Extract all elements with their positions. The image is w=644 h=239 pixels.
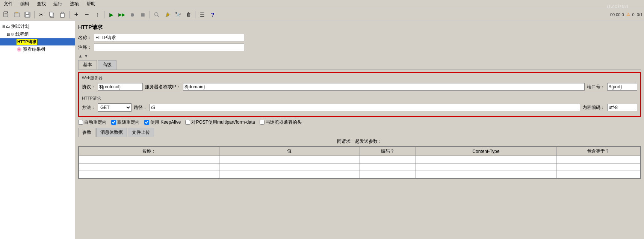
menu-edit[interactable]: 编辑 [18,0,32,8]
server-input[interactable] [183,83,585,91]
tree-root[interactable]: ⊟ 🗂 测试计划 [0,23,75,30]
multipart-input[interactable] [185,120,190,125]
svg-rect-1 [5,14,7,14]
tree-group[interactable]: ⊟ ⚙ 线程组 [0,30,75,38]
start-button[interactable]: ▶ [106,10,116,20]
binoculars-button[interactable]: 🔭 [173,10,183,20]
cell-value[interactable] [219,171,360,178]
menu-options[interactable]: 选项 [68,0,81,8]
col-content-type: Content-Type [416,147,556,156]
browser-headers-input[interactable] [260,120,265,125]
sep5 [195,11,195,18]
add-button[interactable]: + [71,10,81,20]
expand-arrow[interactable]: ▲ ▼ [78,53,641,59]
paste-button[interactable] [57,10,67,20]
cell-content-type[interactable] [416,163,556,171]
cell-include[interactable] [556,171,640,178]
save-button[interactable] [23,10,32,20]
name-label: 名称： [78,35,92,41]
table-row [79,163,641,171]
col-name: 名称： [79,147,219,156]
menu-help[interactable]: 帮助 [84,0,98,8]
cell-content-type[interactable] [416,156,556,163]
keepalive-input[interactable] [144,120,149,125]
multipart-checkbox[interactable]: 对POST使用multipart/form-data [185,119,255,126]
auto-redirect-input[interactable] [78,120,83,125]
stop-all-button[interactable]: ⏹ [138,10,148,20]
cell-content-type[interactable] [416,171,556,178]
col-value: 值 [219,147,360,156]
stop-button[interactable]: ⏺ [127,10,137,20]
menu-run[interactable]: 运行 [51,0,65,8]
follow-redirect-checkbox[interactable]: 跟随重定向 [111,119,140,126]
copy-button[interactable] [47,10,57,20]
menu-file[interactable]: 文件 [2,0,15,8]
help-button[interactable]: ? [208,10,218,20]
comment-label: 注释： [78,44,92,51]
new-button[interactable] [2,10,11,20]
tab-upload[interactable]: 文件上传 [128,128,154,137]
list-button[interactable]: ☰ [197,10,207,20]
path-input[interactable] [150,104,580,111]
tab-basic[interactable]: 基本 [78,60,97,70]
cell-include[interactable] [556,156,640,163]
name-input[interactable] [94,34,244,41]
cell-encode[interactable] [360,171,416,178]
cell-name[interactable] [79,171,219,178]
move-button[interactable]: ↕ [92,10,102,20]
tree-result[interactable]: 🌸 察看结果树 [0,45,75,53]
expand-root[interactable]: ⊟ [2,24,6,29]
http-config-row: 方法： GET POST PUT DELETE 路径： 内容编码： [82,103,637,112]
progress-display: 0/1 [637,12,642,17]
auto-redirect-checkbox[interactable]: 自动重定向 [78,119,107,126]
keepalive-label: 使用 KeepAlive [150,119,181,126]
left-panel: ⊟ 🗂 测试计划 ⊟ ⚙ 线程组 HTTP请求 🌸 察看结果树 [0,21,75,239]
cell-value[interactable] [219,163,360,171]
col-include: 包含等于？ [556,147,640,156]
comment-input[interactable] [94,44,244,51]
request-panel: HTTP请求 名称： 注释： ▲ ▼ 基本 高级 Web服务器 [75,21,644,182]
port-label: 端口号： [587,84,605,90]
timer-display: 00:00:0 [610,12,624,17]
thread-group-label: 线程组 [15,31,29,38]
cell-name[interactable] [79,163,219,171]
cell-value[interactable] [219,156,360,163]
menu-find[interactable]: 查找 [35,0,48,8]
svg-rect-10 [60,13,64,17]
cell-encode[interactable] [360,163,416,171]
encoding-input[interactable] [607,104,637,111]
clear-button[interactable]: 🗑 [183,10,193,20]
start-all-button[interactable]: ▶▶ [117,10,127,20]
method-select[interactable]: GET POST PUT DELETE [98,103,132,112]
method-label: 方法： [82,104,95,111]
test-plan-label: 测试计划 [11,23,29,30]
sep2 [69,11,70,18]
browser-headers-checkbox[interactable]: 与浏览器兼容的头 [260,119,302,126]
cut-button[interactable]: ✂ [36,10,46,20]
svg-rect-2 [5,15,7,15]
broom-button[interactable] [162,10,172,20]
open-button[interactable] [12,10,22,20]
encoding-label: 内容编码： [582,104,605,111]
tab-params[interactable]: 参数 [78,128,95,137]
port-input[interactable] [607,83,637,91]
menu-bar: 文件 编辑 查找 运行 选项 帮助 itzchan [0,0,644,8]
follow-redirect-input[interactable] [111,120,116,125]
tab-body[interactable]: 消息体数据 [96,128,127,137]
expand-group[interactable]: ⊟ [6,32,11,36]
table-row [79,156,641,163]
thread-group-icon: ⚙ [11,32,14,37]
cell-include[interactable] [556,163,640,171]
sep3 [104,11,104,18]
tree-http[interactable]: HTTP请求 [0,38,75,45]
search1-button[interactable] [152,10,162,20]
remove-button[interactable]: − [82,10,92,20]
test-plan-icon: 🗂 [6,24,10,29]
cell-encode[interactable] [360,156,416,163]
tab-advanced[interactable]: 高级 [98,60,116,70]
cell-name[interactable] [79,156,219,163]
checkbox-row: 自动重定向 跟随重定向 使用 KeepAlive 对POST使用multipar… [78,119,641,126]
keepalive-checkbox[interactable]: 使用 KeepAlive [144,119,181,126]
path-label: 路径： [134,104,147,111]
protocol-input[interactable] [98,83,143,91]
